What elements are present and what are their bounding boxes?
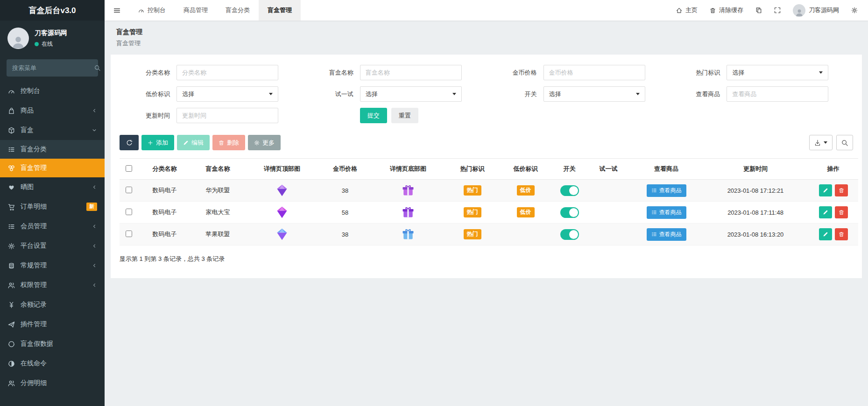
reset-button[interactable]: 重置 <box>391 108 418 123</box>
sidebar-item-平台设置[interactable]: 平台设置 <box>0 236 105 256</box>
tab-盲盒分类[interactable]: 盲盒分类 <box>217 0 259 21</box>
submit-button[interactable]: 提交 <box>360 108 387 123</box>
sidebar-item-常规管理[interactable]: 常规管理 <box>0 256 105 275</box>
records-summary: 显示第 1 到第 3 条记录，总共 3 条记录 <box>120 255 853 263</box>
sidebar-item-label: 平台设置 <box>21 242 47 250</box>
trash-icon <box>839 231 844 237</box>
sidebar-item-订单明细[interactable]: 订单明细新 <box>0 197 105 217</box>
bottom-image[interactable] <box>401 227 415 241</box>
export-button[interactable] <box>809 135 833 150</box>
filter-input-盲盒名称[interactable] <box>360 65 462 80</box>
add-button[interactable]: 添加 <box>141 135 174 150</box>
filter-select-开关[interactable]: 选择 <box>543 86 645 102</box>
view-goods-button[interactable]: 查看商品 <box>647 184 686 197</box>
top-image[interactable] <box>275 183 289 197</box>
row-checkbox[interactable] <box>126 209 132 215</box>
filter-label: 盲盒名称 <box>303 69 360 77</box>
pencil-icon <box>823 231 828 237</box>
nav-tabs: 控制台商品管理盲盒分类盲盒管理 <box>129 0 301 21</box>
settings-button[interactable] <box>851 7 858 14</box>
filter-field-开关: 开关选择 <box>487 86 670 102</box>
select-all-checkbox[interactable] <box>126 165 132 172</box>
select-value: 选择 <box>182 90 194 98</box>
tab-盲盒管理[interactable]: 盲盒管理 <box>259 0 301 21</box>
view-goods-button[interactable]: 查看商品 <box>647 228 686 241</box>
switch-toggle[interactable] <box>560 229 579 240</box>
sidebar-item-盲盒分类[interactable]: 盲盒分类 <box>0 140 105 159</box>
page-subtitle: 盲盒管理 <box>116 39 856 48</box>
category-cell: 数码电子 <box>138 180 191 202</box>
delete-button[interactable]: 删除 <box>212 135 245 150</box>
sidebar-item-盲盒[interactable]: 盲盒 <box>0 120 105 140</box>
more-button[interactable]: 更多 <box>248 135 281 150</box>
table-row: 数码电子华为联盟38热门低价查看商品2023-01-08 17:12:21 <box>120 180 858 202</box>
list-icon <box>651 210 657 215</box>
hot-cell: 热门 <box>445 202 499 224</box>
view-goods-button[interactable]: 查看商品 <box>647 206 686 219</box>
tab-控制台[interactable]: 控制台 <box>129 0 175 21</box>
filter-select-试一试[interactable]: 选择 <box>360 86 462 102</box>
refresh-button[interactable] <box>120 135 139 150</box>
search-toggle-button[interactable] <box>836 135 853 150</box>
view-goods-label: 查看商品 <box>659 231 682 238</box>
switch-cell <box>552 180 587 202</box>
hot-badge: 热门 <box>464 185 481 196</box>
table-row: 数码电子家电大宝58热门低价查看商品2023-01-08 17:11:48 <box>120 202 858 224</box>
copy-button[interactable] <box>755 7 762 14</box>
tab-label: 商品管理 <box>183 6 208 14</box>
sidebar-item-余额记录[interactable]: 余额记录 <box>0 295 105 315</box>
row-edit-button[interactable] <box>819 184 832 196</box>
filter-select-热门标识[interactable]: 选择 <box>727 65 828 80</box>
row-edit-button[interactable] <box>819 228 832 240</box>
trash-icon <box>219 140 224 146</box>
sidebar-item-控制台[interactable]: 控制台 <box>0 81 105 101</box>
filter-input-分类名称[interactable] <box>176 65 278 80</box>
user-name: 刀客源码网 <box>35 29 67 37</box>
row-delete-button[interactable] <box>835 184 848 196</box>
hot-cell: 热门 <box>445 180 499 202</box>
home-link[interactable]: 主页 <box>676 6 698 14</box>
sidebar-item-插件管理[interactable]: 插件管理 <box>0 315 105 334</box>
angle-left-icon <box>92 224 97 229</box>
tab-商品管理[interactable]: 商品管理 <box>175 0 217 21</box>
row-delete-button[interactable] <box>835 206 848 218</box>
filter-input-更新时间[interactable] <box>176 108 278 123</box>
filter-label: 低价标识 <box>120 90 176 98</box>
circle-icon <box>8 341 15 348</box>
sidebar-item-盲盒假数据[interactable]: 盲盒假数据 <box>0 334 105 354</box>
edit-button[interactable]: 编辑 <box>177 135 210 150</box>
sidebar-item-在线命令[interactable]: 在线命令 <box>0 354 105 373</box>
user-menu[interactable]: 刀客源码网 <box>793 4 839 17</box>
fullscreen-button[interactable] <box>774 7 781 14</box>
sidebar-toggle-button[interactable] <box>105 0 129 21</box>
row-checkbox[interactable] <box>126 231 132 237</box>
switch-toggle[interactable] <box>560 185 579 196</box>
sidebar-item-晒图[interactable]: 晒图 <box>0 177 105 197</box>
menu-search-input[interactable] <box>12 64 94 71</box>
sidebar-item-label: 分佣明细 <box>21 379 47 387</box>
filter-input-查看商品[interactable] <box>727 86 828 102</box>
row-edit-button[interactable] <box>819 206 832 218</box>
page-header: 盲盒管理 盲盒管理 <box>105 21 868 55</box>
clear-cache-button[interactable]: 清除缓存 <box>710 6 743 14</box>
row-delete-button[interactable] <box>835 228 848 240</box>
switch-toggle[interactable] <box>560 207 579 218</box>
bottom-image[interactable] <box>401 205 415 219</box>
top-image[interactable] <box>275 227 289 241</box>
sidebar-item-权限管理[interactable]: 权限管理 <box>0 275 105 295</box>
sidebar-item-会员管理[interactable]: 会员管理 <box>0 217 105 236</box>
box-name-cell: 苹果联盟 <box>191 224 245 245</box>
bottom-image[interactable] <box>401 183 415 197</box>
list-icon <box>8 146 15 153</box>
sidebar-search[interactable] <box>7 59 98 77</box>
select-value: 选择 <box>732 69 744 77</box>
top-image[interactable] <box>275 205 289 219</box>
row-checkbox[interactable] <box>126 187 132 193</box>
filter-field-金币价格: 金币价格 <box>487 65 670 80</box>
sidebar-item-商品[interactable]: 商品 <box>0 101 105 120</box>
filter-select-低价标识[interactable]: 选择 <box>176 86 278 102</box>
sidebar-item-盲盒管理[interactable]: 盲盒管理 <box>0 159 105 177</box>
filter-input-金币价格[interactable] <box>543 65 645 80</box>
bottom-image-cell <box>371 180 445 202</box>
sidebar-item-分佣明细[interactable]: 分佣明细 <box>0 373 105 393</box>
